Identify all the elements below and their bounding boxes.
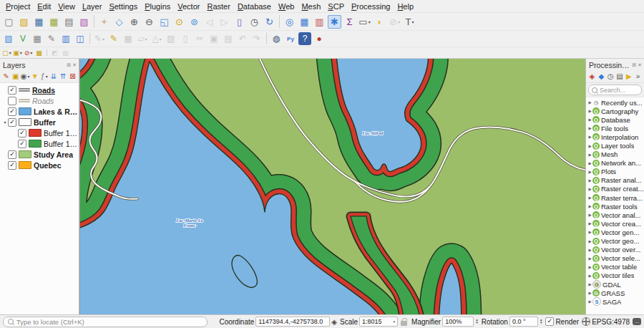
save-project-icon[interactable]: ▦	[32, 15, 46, 29]
layer-study-area-checkbox[interactable]: ✓	[8, 150, 16, 159]
menu-web[interactable]: Web	[275, 1, 298, 11]
toolbox-python-icon[interactable]: ◆	[597, 72, 605, 81]
layer-buffer-15m[interactable]: ✓Buffer 15m	[0, 127, 79, 138]
processing-group-vector-tiles[interactable]: ▶QVector tiles	[586, 271, 644, 280]
expander-icon[interactable]: ▶	[587, 178, 592, 183]
processing-group-raster-anal[interactable]: ▶QRaster anal...	[586, 176, 644, 185]
add-group-icon[interactable]: ▣	[11, 72, 20, 81]
expand-all-icon[interactable]: ⇊	[49, 72, 58, 81]
style-manager-icon[interactable]: ▧	[77, 15, 91, 29]
map-tips-icon[interactable]: ◗	[373, 15, 386, 29]
select-features-by-value-icon[interactable]: ▣▾	[13, 49, 22, 57]
processing-group-cartography[interactable]: ▶QCartography	[586, 107, 644, 115]
scale-combobox[interactable]: 1:8015▾	[359, 317, 398, 327]
add-wms-layer-icon[interactable]: ◫	[74, 32, 87, 45]
processing-group-raster-creat[interactable]: ▶QRaster creat...	[586, 185, 644, 193]
quickmapservices-icon[interactable]: ◍	[270, 32, 283, 45]
zoom-in-icon[interactable]: ⊕	[127, 15, 141, 29]
menu-help[interactable]: Help	[394, 1, 417, 11]
zoom-full-icon[interactable]: ◱	[157, 15, 171, 29]
layer-roads-label[interactable]: Roads	[32, 86, 55, 95]
processing-group-plots[interactable]: ▶QPlots	[586, 168, 644, 176]
expander-icon[interactable]: ▶	[587, 135, 592, 139]
select-features-icon[interactable]: ▢▾	[2, 49, 11, 57]
layer-buffer-group-label[interactable]: Buffer	[34, 118, 56, 127]
layer-roads-2-label[interactable]: Roads	[32, 97, 54, 105]
processing-group-raster-tools[interactable]: ▶QRaster tools	[586, 202, 644, 211]
expander-icon[interactable]: ▶	[587, 170, 592, 174]
processing-group-recently-us[interactable]: ▶◷Recently us...	[586, 98, 644, 107]
processing-group-vector-table[interactable]: ▶QVector table	[586, 263, 644, 271]
expander-icon[interactable]: ▶	[587, 265, 592, 269]
toolbox-models-icon[interactable]: ◈	[588, 72, 597, 81]
layer-buffer-group-checkbox[interactable]: ✓	[8, 118, 16, 127]
extents-toggle-icon[interactable]: ◈	[331, 318, 337, 326]
menu-mesh[interactable]: Mesh	[298, 1, 324, 11]
add-postgis-layer-icon[interactable]: ▥	[59, 32, 72, 45]
zoom-out-icon[interactable]: ⊖	[142, 15, 156, 29]
expander-icon[interactable]: ▶	[587, 239, 592, 243]
magnifier-field[interactable]: 100%	[442, 317, 474, 327]
expander-icon[interactable]: ▶	[587, 291, 592, 295]
locate-input[interactable]: Type to locate (Ctrl+K)	[3, 317, 208, 327]
layer-buffer-100m-checkbox[interactable]: ✓	[18, 140, 26, 148]
processing-group-raster-terra[interactable]: ▶QRaster terra...	[586, 193, 644, 202]
expander-icon[interactable]: ▶	[587, 213, 592, 217]
layer-buffer-15m-label[interactable]: Buffer 15m	[44, 129, 79, 138]
menu-layer[interactable]: Layer	[79, 1, 106, 11]
help-contents-icon[interactable]: ?	[298, 32, 311, 45]
processing-group-mesh[interactable]: ▶QMesh	[586, 150, 644, 159]
processing-group-network-an[interactable]: ▶QNetwork an...	[586, 159, 644, 168]
statistical-summary-icon[interactable]: Σ	[343, 15, 356, 29]
processing-group-gdal[interactable]: ▶GGDAL	[586, 280, 644, 289]
processing-group-vector-over[interactable]: ▶QVector over...	[586, 246, 644, 254]
layer-study-area-label[interactable]: Study Area	[34, 150, 73, 159]
new-print-layout-icon[interactable]: ▤	[62, 15, 76, 29]
layer-quebec-checkbox[interactable]: ✓	[8, 161, 16, 170]
rotation-spinner[interactable]: ▲▼	[540, 319, 542, 324]
processing-group-vector-sele[interactable]: ▶QVector sele...	[586, 254, 644, 263]
layer-study-area[interactable]: ✓Study Area	[0, 149, 79, 160]
layer-roads-2-checkbox[interactable]	[8, 97, 16, 105]
processing-group-vector-geo[interactable]: ▶QVector geo...	[586, 237, 644, 246]
toggle-editing-icon[interactable]: ✎	[107, 32, 120, 45]
expander-icon[interactable]: ▶	[587, 161, 592, 165]
processing-toolbox-icon[interactable]: ✱	[328, 15, 341, 29]
open-attribute-table-icon[interactable]: ▦	[298, 15, 311, 29]
rotation-field[interactable]: 0.0 °	[509, 317, 538, 327]
open-layer-styling-icon[interactable]: ✎	[2, 72, 11, 81]
expander-icon[interactable]: ▶	[587, 248, 592, 252]
coordinate-field[interactable]: 1147394.4,-4275738.0	[255, 317, 330, 327]
pan-map-icon[interactable]: ＋	[97, 15, 111, 29]
layer-buffer-15m-checkbox[interactable]: ✓	[18, 129, 26, 138]
add-vector-layer-icon[interactable]: V	[16, 32, 29, 45]
expander-icon[interactable]: ▶	[587, 230, 592, 234]
processing-group-file-tools[interactable]: ▶QFile tools	[586, 124, 644, 132]
expander-icon[interactable]: ▶	[587, 144, 592, 148]
save-project-as-icon[interactable]: ▦	[47, 15, 61, 29]
menu-database[interactable]: Database	[234, 1, 275, 11]
identify-features-icon[interactable]: ◎	[283, 15, 296, 29]
processing-group-interpolation[interactable]: ▶QInterpolation	[586, 132, 644, 141]
expander-icon[interactable]: ▶	[587, 256, 592, 261]
lock-scale-icon[interactable]	[401, 321, 407, 326]
toolbox-overflow-icon[interactable]: »	[634, 72, 643, 81]
layer-lakes-rivers[interactable]: ✓Lakes & Rivers	[0, 106, 79, 117]
processing-group-saga[interactable]: ▶SSAGA	[586, 297, 644, 306]
temporal-controller-icon[interactable]: ◷	[248, 15, 261, 29]
layer-buffer-group[interactable]: ▾✓Buffer	[0, 117, 79, 127]
expander-icon[interactable]: ▶	[587, 126, 592, 130]
collapse-all-icon[interactable]: ⇈	[59, 72, 67, 81]
layer-roads-checkbox[interactable]: ✓	[8, 86, 16, 95]
menu-raster[interactable]: Raster	[203, 1, 233, 11]
new-project-icon[interactable]: ▢	[2, 15, 16, 29]
python-console-icon[interactable]: Py	[284, 32, 297, 45]
remove-layer-icon[interactable]: ⊠	[68, 72, 77, 81]
expander-icon[interactable]: ▶	[587, 187, 592, 191]
scp-plugin-icon[interactable]: ●	[313, 32, 326, 45]
menu-settings[interactable]: Settings	[105, 1, 141, 11]
menu-edit[interactable]: Edit	[34, 1, 54, 11]
filter-by-expression-icon[interactable]: ƒ▾	[40, 72, 49, 81]
messages-icon[interactable]: …	[633, 318, 641, 325]
expander-icon[interactable]: ▶	[587, 196, 592, 200]
